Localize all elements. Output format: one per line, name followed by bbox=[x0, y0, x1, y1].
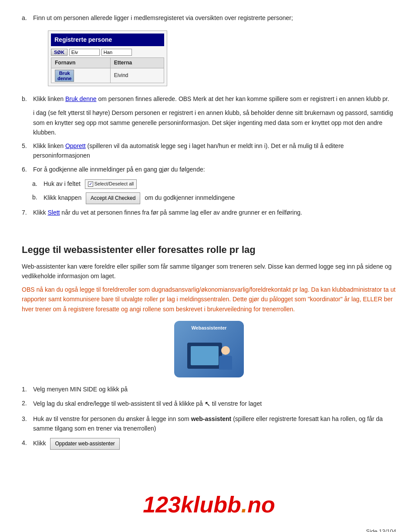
oppdater-button[interactable]: Oppdater web-assistenter bbox=[50, 438, 119, 450]
screenshot-img: Registrerte persone SØK Fornavn Etterna … bbox=[48, 30, 167, 86]
label-5: 5. bbox=[22, 141, 30, 151]
label-step-1: 1. bbox=[22, 384, 30, 394]
text-7: Klikk Slett når du vet at personen finne… bbox=[33, 208, 396, 217]
label-step-4: 4. bbox=[22, 438, 30, 448]
step-4: 4. Klikk Oppdater web-assistenter bbox=[22, 438, 396, 450]
label-6: 6. bbox=[22, 165, 30, 174]
col-fornavn: Fornavn bbox=[51, 57, 111, 68]
bruk-button[interactable]: Brukdenne bbox=[55, 70, 74, 82]
text-step-1: Velg menyen MIN SIDE og klikk på bbox=[33, 384, 396, 394]
obs-text: OBS Merk at det her kan komme spillere s… bbox=[179, 95, 389, 102]
label-step-2: 2. bbox=[22, 398, 30, 408]
step-1: 1. Velg menyen MIN SIDE og klikk på bbox=[22, 384, 396, 394]
sub-item-6b: b. Klikk knappen Accept All Checked om d… bbox=[32, 192, 396, 204]
bruk-denne-link[interactable]: Bruk denne bbox=[65, 95, 97, 102]
monitor-shape bbox=[187, 343, 222, 369]
logo-123klubb: 123klubb.no bbox=[22, 487, 396, 523]
person-head bbox=[221, 346, 230, 355]
sok-button[interactable]: SØK bbox=[51, 49, 67, 56]
screenshot-title: Registrerte persone bbox=[51, 34, 164, 46]
text-step-2: Velg lag du skal endre/legge til web-ass… bbox=[33, 398, 396, 410]
select-deselect-widget: ✓ Select/Deselect all bbox=[85, 179, 137, 189]
text-step-4: Klikk Oppdater web-assistenter bbox=[33, 438, 396, 450]
checkbox-icon: ✓ bbox=[88, 182, 93, 187]
cell-bruk: Brukdenne bbox=[51, 68, 111, 83]
screenshot-container: Registrerte persone SØK Fornavn Etterna … bbox=[35, 27, 396, 90]
list-item-7: 7. Klikk Slett når du vet at personen fi… bbox=[22, 208, 396, 217]
label-step-3: 3. bbox=[22, 414, 30, 424]
list-item-6: 6. For å godkjenne alle innmeldinger på … bbox=[22, 165, 396, 174]
person-body bbox=[219, 356, 232, 370]
webassistenter-label: Webassistenter bbox=[174, 324, 244, 332]
cell-value-1: Eivind bbox=[110, 68, 164, 83]
webassistenter-image: Webassistenter bbox=[174, 321, 244, 377]
text-a: Finn ut om personen allerede ligger i me… bbox=[33, 13, 396, 23]
label-6b: b. bbox=[32, 192, 41, 202]
step-2: 2. Velg lag du skal endre/legge til web-… bbox=[22, 398, 396, 410]
web-assistent-bold: web-assistent bbox=[191, 415, 232, 422]
text-5: Klikk linken Opprett (spilleren vil da a… bbox=[33, 141, 396, 161]
page-number: Side 13/104 bbox=[22, 527, 396, 532]
label-a: a. bbox=[22, 13, 30, 23]
checkbox-label: Select/Deselect all bbox=[94, 180, 134, 188]
accept-all-checked-button[interactable]: Accept All Checked bbox=[86, 192, 140, 204]
logo-text: 123klubb.no bbox=[143, 492, 275, 517]
web-orange-text: OBS nå kan du også legge til foreldrerol… bbox=[22, 285, 396, 314]
search-input-1[interactable] bbox=[69, 49, 100, 56]
text-b: Klikk linken Bruk denne om personen finn… bbox=[33, 94, 396, 104]
web-para-1: Web-assistenter kan være foreldre eller … bbox=[22, 262, 396, 281]
para-c: i dag (se felt ytterst til høyre) Dersom… bbox=[33, 108, 396, 137]
section-heading: Legge til webassistenter eller foresatte… bbox=[22, 242, 396, 257]
search-row: SØK bbox=[51, 49, 164, 56]
table-row-1: Brukdenne Eivind bbox=[51, 68, 164, 83]
opprett-link[interactable]: Opprett bbox=[65, 142, 86, 149]
text-6: For å godkjenne alle innmeldinger på en … bbox=[33, 165, 396, 174]
text-6a: Huk av i feltet ✓ Select/Deselect all bbox=[44, 179, 396, 189]
logo-no: no bbox=[247, 492, 275, 517]
label-7: 7. bbox=[22, 208, 30, 217]
sub-list-6: a. Huk av i feltet ✓ Select/Deselect all… bbox=[32, 179, 396, 204]
text-step-3: Huk av til venstre for personen du ønske… bbox=[33, 414, 396, 434]
person-shape bbox=[218, 346, 233, 372]
logo-123: 123 bbox=[143, 492, 181, 517]
list-item-5: 5. Klikk linken Opprett (spilleren vil d… bbox=[22, 141, 396, 161]
logo-dot: . bbox=[241, 492, 247, 517]
search-input-2[interactable] bbox=[101, 49, 132, 56]
label-6a: a. bbox=[32, 179, 41, 189]
label-b: b. bbox=[22, 94, 30, 104]
logo-klubb: klubb bbox=[181, 492, 241, 517]
monitor-screen bbox=[191, 346, 219, 365]
step-3: 3. Huk av til venstre for personen du øn… bbox=[22, 414, 396, 434]
list-item-b: b. Klikk linken Bruk denne om personen f… bbox=[22, 94, 396, 104]
cursor-icon: ↖ bbox=[205, 398, 210, 410]
screenshot-table: Fornavn Etterna Brukdenne Eivind bbox=[51, 57, 164, 83]
list-item-a: a. Finn ut om personen allerede ligger i… bbox=[22, 13, 396, 23]
slett-link[interactable]: Slett bbox=[47, 209, 60, 216]
sub-item-6a: a. Huk av i feltet ✓ Select/Deselect all bbox=[32, 179, 396, 189]
content-area: a. Finn ut om personen allerede ligger i… bbox=[22, 13, 396, 532]
text-6b: Klikk knappen Accept All Checked om du g… bbox=[44, 192, 396, 204]
col-etternavn: Etterna bbox=[110, 57, 164, 68]
